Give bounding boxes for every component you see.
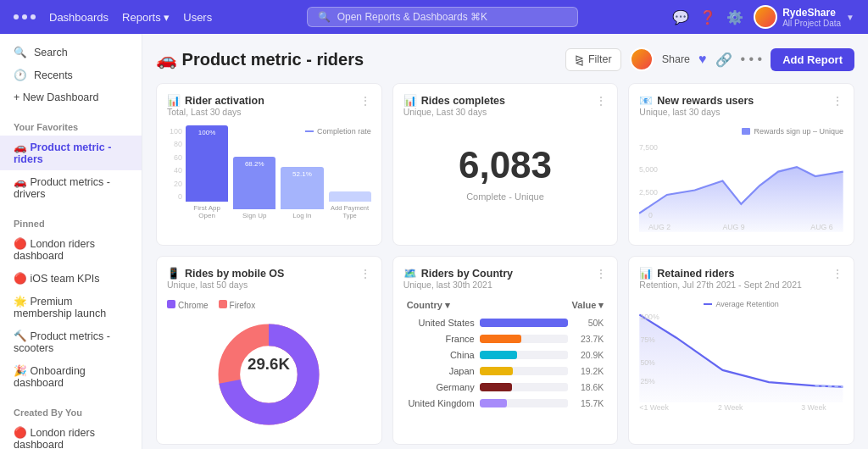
bars: 100% First App Open 68.2% Sign Up bbox=[186, 139, 371, 219]
sidebar-item-product-drivers[interactable]: 🚗 Product metrics - drivers bbox=[0, 170, 142, 205]
country-row-cn: China 20.9K bbox=[407, 350, 604, 360]
bar-fr bbox=[480, 335, 521, 343]
card-dots-2[interactable]: ⋮ bbox=[595, 94, 607, 108]
cards-grid: 📊Rider activation Total, Last 30 days ⋮ … bbox=[156, 83, 854, 445]
svg-text:2 Week: 2 Week bbox=[718, 403, 743, 412]
country-chart: Country ▾ Value ▾ United States 50K Fran… bbox=[403, 300, 608, 408]
global-search[interactable]: 🔍 Open Reports & Dashboards ⌘K bbox=[307, 7, 578, 27]
sidebar-created-1[interactable]: 🔴 London riders dashboard bbox=[0, 421, 142, 449]
svg-text:7,500: 7,500 bbox=[639, 143, 658, 152]
area-legend-text: Rewards sign up – Unique bbox=[754, 127, 843, 136]
bar-cn bbox=[480, 351, 517, 359]
sidebar-pinned-2[interactable]: 🔴 iOS team KPIs bbox=[0, 267, 142, 290]
bar-wrap-de bbox=[480, 383, 569, 391]
retention-legend-line bbox=[704, 303, 712, 305]
card-dots-3[interactable]: ⋮ bbox=[832, 94, 843, 108]
legend-text: Completion rate bbox=[317, 127, 371, 136]
filter-icon: ⧎ bbox=[575, 53, 584, 66]
card-dots-1[interactable]: ⋮ bbox=[359, 94, 371, 108]
sidebar-new-dashboard[interactable]: + New Dashboard bbox=[0, 86, 142, 108]
bar-us bbox=[480, 319, 569, 327]
sidebar-pinned-5[interactable]: 🎉 Onboarding dashboard bbox=[0, 359, 142, 394]
more-options-button[interactable]: • • • bbox=[741, 52, 763, 67]
x-label-2: AUG 9 bbox=[723, 224, 745, 232]
big-number: 6,083 bbox=[403, 127, 608, 191]
card-title-6: 📊Retained riders Retention, Jul 27th 202… bbox=[639, 267, 801, 297]
search-icon: 🔍 bbox=[318, 11, 331, 23]
settings-icon[interactable]: ⚙️ bbox=[726, 9, 743, 25]
users-link[interactable]: Users bbox=[183, 11, 212, 24]
country-row-jp: Japan 19.2K bbox=[407, 366, 604, 376]
donut-wrapper: 29.6K bbox=[167, 315, 371, 434]
card-header-3: 📧New rewards users Unique, last 30 days … bbox=[639, 94, 843, 124]
page-actions: ⧎ Filter Share ♥ 🔗 • • • Add Report bbox=[565, 47, 854, 71]
svg-text:25%: 25% bbox=[641, 377, 656, 385]
card-dots-6[interactable]: ⋮ bbox=[832, 267, 843, 280]
user-avatar bbox=[754, 5, 777, 29]
created-title: Created By You bbox=[0, 401, 142, 421]
favorite-button[interactable]: ♥ bbox=[698, 52, 707, 67]
share-button[interactable]: Share bbox=[662, 53, 690, 65]
sidebar-fav-2-label: 🚗 Product metrics - drivers bbox=[14, 175, 128, 200]
card-header-6: 📊Retained riders Retention, Jul 27th 202… bbox=[639, 267, 843, 297]
filter-button[interactable]: ⧎ Filter bbox=[565, 48, 621, 71]
sidebar-recents[interactable]: 🕐 Recents bbox=[0, 64, 142, 86]
sidebar-search-label: Search bbox=[34, 47, 68, 58]
retained-riders-card: 📊Retained riders Retention, Jul 27th 202… bbox=[628, 256, 854, 445]
link-button[interactable]: 🔗 bbox=[715, 52, 732, 68]
legend-line bbox=[305, 130, 314, 132]
sidebar-pinned-1[interactable]: 🔴 London riders dashboard bbox=[0, 232, 142, 267]
search-placeholder: Open Reports & Dashboards ⌘K bbox=[337, 11, 487, 23]
card-dots-4[interactable]: ⋮ bbox=[359, 267, 371, 280]
retention-legend: Average Retention bbox=[639, 300, 843, 308]
dashboards-link[interactable]: Dashboards bbox=[49, 11, 108, 24]
bar-1: 100% bbox=[186, 125, 228, 202]
country-row-us: United States 50K bbox=[407, 318, 604, 328]
svg-text:0: 0 bbox=[648, 211, 653, 219]
user-name: RydeShare bbox=[782, 7, 841, 19]
topnav-logo bbox=[14, 14, 36, 19]
card-title-5: 🗺️Riders by Country Unique, last 30th 20… bbox=[403, 267, 513, 297]
riders-by-country-card: 🗺️Riders by Country Unique, last 30th 20… bbox=[392, 256, 619, 445]
chat-icon[interactable]: 💬 bbox=[672, 9, 689, 25]
retention-fill bbox=[640, 314, 843, 402]
country-col-label[interactable]: Country ▾ bbox=[407, 300, 450, 311]
sidebar-pinned-3[interactable]: 🌟 Premium membership launch bbox=[0, 290, 142, 324]
big-number-label: Complete - Unique bbox=[403, 191, 608, 202]
y-axis: 100806040200 bbox=[167, 127, 182, 219]
help-icon[interactable]: ❓ bbox=[699, 9, 716, 25]
sidebar-item-product-riders[interactable]: 🚗 Product metric - riders bbox=[0, 136, 142, 170]
main-content: 🚗 Product metric - riders ⧎ Filter Share… bbox=[142, 34, 868, 449]
search-area: 🔍 Open Reports & Dashboards ⌘K bbox=[225, 7, 659, 27]
area-legend: Rewards sign up – Unique bbox=[639, 127, 843, 136]
x-label-3: AUG 6 bbox=[811, 224, 833, 232]
pinned-title: Pinned bbox=[0, 212, 142, 232]
card-title-3: 📧New rewards users Unique, last 30 days bbox=[639, 94, 754, 124]
page-avatar[interactable] bbox=[630, 47, 654, 71]
sidebar-search[interactable]: 🔍 Search bbox=[0, 41, 142, 64]
sidebar-pinned-4[interactable]: 🔨 Product metrics - scooters bbox=[0, 324, 142, 359]
svg-text:50%: 50% bbox=[641, 358, 656, 367]
area-fill bbox=[639, 167, 843, 232]
retention-legend-text: Average Retention bbox=[715, 300, 778, 308]
value-col-label[interactable]: Value ▾ bbox=[572, 300, 604, 311]
clock-icon: 🕐 bbox=[14, 69, 27, 81]
user-menu[interactable]: RydeShare All Project Data ▼ bbox=[754, 5, 854, 29]
user-sub: All Project Data bbox=[782, 19, 841, 28]
bar-2: 68.2% bbox=[233, 157, 275, 209]
rider-activation-card: 📊Rider activation Total, Last 30 days ⋮ … bbox=[156, 83, 382, 246]
add-report-button[interactable]: Add Report bbox=[771, 48, 854, 71]
legend-firefox: Firefox bbox=[219, 300, 256, 310]
bar-group-4: Add Payment Type bbox=[329, 191, 371, 219]
svg-text:75%: 75% bbox=[641, 335, 656, 344]
reports-link[interactable]: Reports ▾ bbox=[122, 11, 170, 24]
favorites-title: Your Favorites bbox=[0, 115, 142, 136]
card-dots-5[interactable]: ⋮ bbox=[595, 267, 607, 280]
page-title: 🚗 Product metric - riders bbox=[156, 49, 364, 69]
firefox-color bbox=[219, 300, 227, 308]
chrome-color bbox=[167, 300, 175, 308]
area-chart-svg: AUG 2 AUG 9 AUG 6 7,500 5,000 2,500 0 bbox=[639, 139, 843, 232]
bars-container: Completion rate 100% First App Open bbox=[186, 127, 371, 219]
svg-text:2,500: 2,500 bbox=[639, 188, 658, 197]
sidebar-recents-label: Recents bbox=[34, 69, 73, 81]
